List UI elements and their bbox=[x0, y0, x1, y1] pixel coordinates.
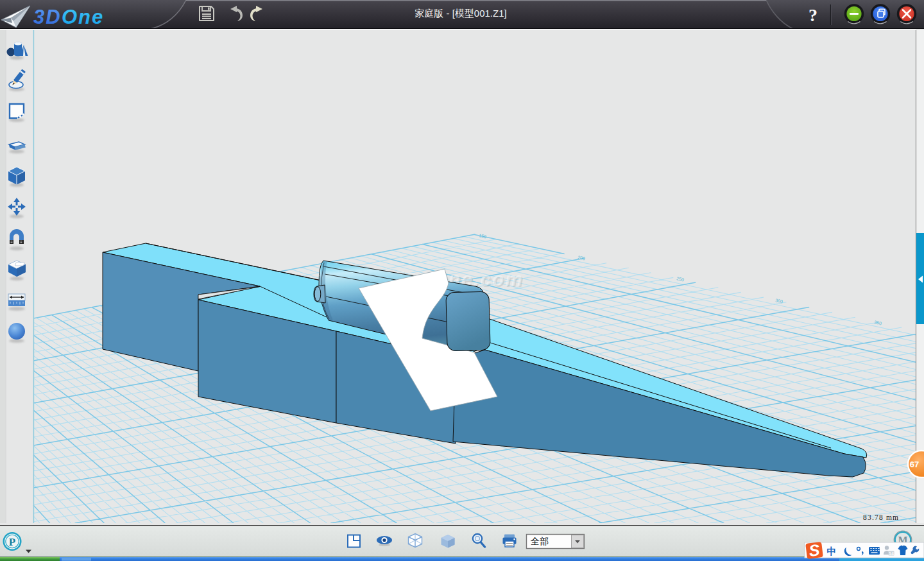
svg-text:P: P bbox=[9, 536, 15, 548]
svg-text:14: 14 bbox=[889, 551, 894, 556]
svg-text:3D: 3D bbox=[33, 6, 62, 28]
svg-text:67: 67 bbox=[910, 460, 919, 469]
svg-text:全部: 全部 bbox=[531, 536, 549, 546]
svg-text:?: ? bbox=[809, 5, 817, 25]
svg-text:中: 中 bbox=[827, 546, 837, 557]
svg-text:家庭版 - [模型001.Z1]: 家庭版 - [模型001.Z1] bbox=[415, 8, 506, 19]
svg-text:One: One bbox=[62, 6, 104, 28]
svg-text:83.78 mm: 83.78 mm bbox=[863, 514, 899, 521]
